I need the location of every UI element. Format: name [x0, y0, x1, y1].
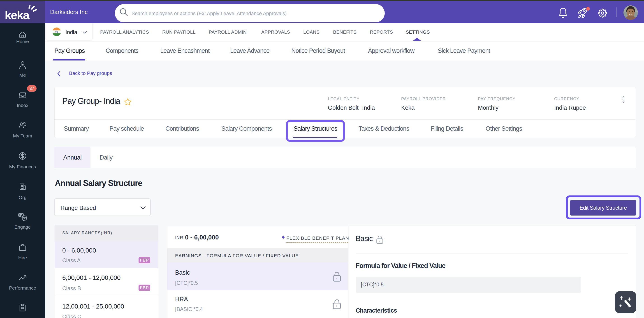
svg-text:keka: keka: [5, 8, 30, 20]
